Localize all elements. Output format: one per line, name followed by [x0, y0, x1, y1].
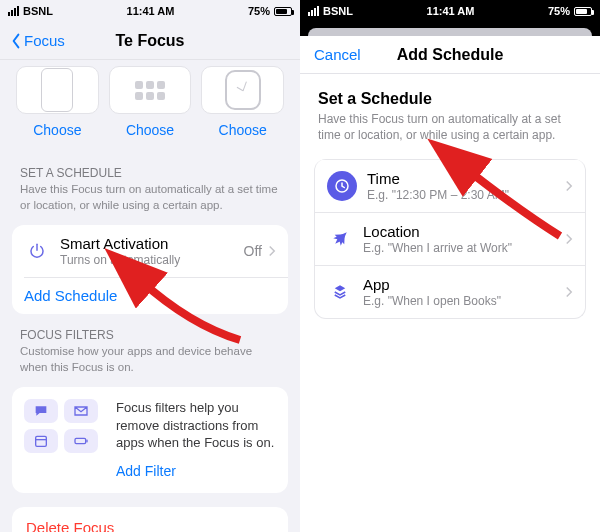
battery-icon	[574, 7, 592, 16]
left-phone: BSNL 11:41 AM 75% Focus Te Focus Choose …	[0, 0, 300, 532]
choose-label: Choose	[33, 122, 81, 138]
carrier-label: BSNL	[323, 5, 353, 17]
signal-icon	[308, 6, 319, 16]
row-subtitle: E.g. "When I arrive at Work"	[363, 241, 555, 255]
choose-label: Choose	[126, 122, 174, 138]
smart-activation-row[interactable]: Smart Activation Turns on automatically …	[12, 225, 288, 277]
sheet-header: Set a Schedule Have this Focus turn on a…	[300, 74, 600, 149]
row-title: Time	[367, 170, 555, 187]
lockscreen-card[interactable]: Choose	[16, 66, 99, 138]
sheet-head-sub: Have this Focus turn on automatically at…	[318, 111, 582, 143]
add-schedule-sheet: Cancel Add Schedule Set a Schedule Have …	[300, 36, 600, 532]
svg-rect-1	[75, 438, 86, 443]
app-row[interactable]: App E.g. "When I open Books"	[315, 265, 585, 318]
clock-icon	[327, 171, 357, 201]
back-label: Focus	[24, 32, 65, 49]
row-value: Off	[244, 243, 262, 259]
row-subtitle: E.g. "12:30 PM – 2:30 AM"	[367, 188, 555, 202]
svg-rect-2	[86, 440, 87, 443]
row-title: Location	[363, 223, 555, 240]
section-subtitle: Have this Focus turn on automatically at…	[20, 182, 280, 213]
sheet-navbar: Cancel Add Schedule	[300, 36, 600, 74]
chevron-right-icon	[565, 233, 573, 245]
power-icon	[24, 238, 50, 264]
time-row[interactable]: Time E.g. "12:30 PM – 2:30 AM"	[315, 159, 585, 212]
status-bar: BSNL 11:41 AM 75%	[300, 0, 600, 22]
status-bar: BSNL 11:41 AM 75%	[0, 0, 300, 22]
add-schedule-label: Add Schedule	[24, 287, 117, 304]
schedule-header: SET A SCHEDULE Have this Focus turn on a…	[0, 152, 300, 217]
location-icon	[327, 226, 353, 252]
chevron-right-icon	[565, 286, 573, 298]
section-subtitle: Customise how your apps and device behav…	[20, 344, 280, 375]
section-title: SET A SCHEDULE	[20, 166, 280, 180]
customize-row: Choose Choose Choose	[0, 60, 300, 152]
homescreen-card[interactable]: Choose	[109, 66, 192, 138]
calendar-tile-icon	[24, 429, 58, 453]
chevron-right-icon	[565, 180, 573, 192]
lockscreen-icon	[41, 68, 73, 112]
add-schedule-row[interactable]: Add Schedule	[12, 277, 288, 314]
choose-label: Choose	[219, 122, 267, 138]
delete-focus-button[interactable]: Delete Focus	[12, 507, 288, 532]
schedule-group: Smart Activation Turns on automatically …	[12, 225, 288, 314]
filters-icons	[24, 399, 104, 481]
row-subtitle: E.g. "When I open Books"	[363, 294, 555, 308]
right-phone: BSNL 11:41 AM 75% Cancel Add Schedule Se…	[300, 0, 600, 532]
watch-card[interactable]: Choose	[201, 66, 284, 138]
app-icon	[327, 279, 353, 305]
add-filter-link[interactable]: Add Filter	[116, 462, 276, 481]
messages-tile-icon	[24, 399, 58, 423]
battery-tile-icon	[64, 429, 98, 453]
row-title: Smart Activation	[60, 235, 234, 252]
navbar: Focus Te Focus	[0, 22, 300, 60]
section-title: FOCUS FILTERS	[20, 328, 280, 342]
filters-header: FOCUS FILTERS Customise how your apps an…	[0, 314, 300, 379]
svg-rect-0	[36, 436, 47, 446]
chevron-right-icon	[268, 245, 276, 257]
signal-icon	[8, 6, 19, 16]
clock-label: 11:41 AM	[127, 5, 175, 17]
mail-tile-icon	[64, 399, 98, 423]
homescreen-icon	[135, 81, 165, 100]
battery-icon	[274, 7, 292, 16]
sheet-head-title: Set a Schedule	[318, 90, 582, 108]
clock-label: 11:41 AM	[427, 5, 475, 17]
row-title: App	[363, 276, 555, 293]
cancel-button[interactable]: Cancel	[314, 46, 361, 63]
sheet-backdrop	[300, 22, 600, 36]
chevron-left-icon	[10, 33, 22, 49]
schedule-options: Time E.g. "12:30 PM – 2:30 AM" Location …	[314, 159, 586, 319]
location-row[interactable]: Location E.g. "When I arrive at Work"	[315, 212, 585, 265]
back-button[interactable]: Focus	[10, 32, 65, 49]
battery-pct: 75%	[548, 5, 570, 17]
row-subtitle: Turns on automatically	[60, 253, 234, 267]
sheet-title: Add Schedule	[397, 46, 504, 64]
watch-icon	[225, 70, 261, 110]
carrier-label: BSNL	[23, 5, 53, 17]
page-title: Te Focus	[115, 32, 184, 50]
filters-card: Focus filters help you remove distractio…	[12, 387, 288, 493]
filters-desc: Focus filters help you remove distractio…	[116, 400, 274, 450]
battery-pct: 75%	[248, 5, 270, 17]
